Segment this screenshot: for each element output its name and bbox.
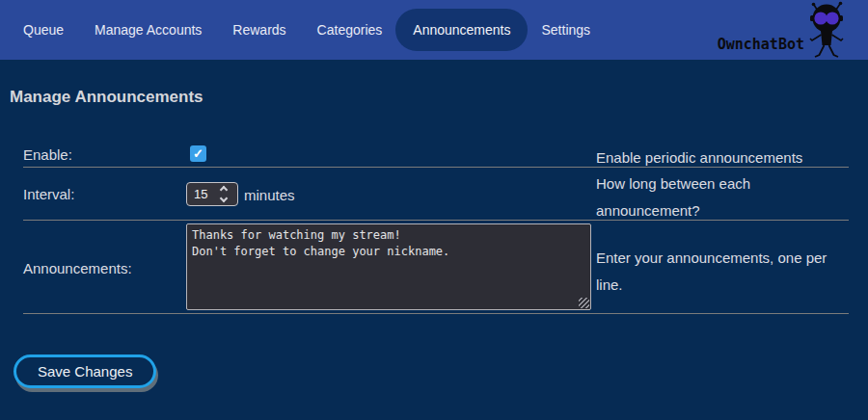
robot-logo-icon (799, 1, 854, 59)
nav-item-rewards[interactable]: Rewards (232, 22, 285, 38)
enable-checkbox[interactable]: ✓ (190, 145, 206, 162)
chevron-up-icon[interactable] (220, 186, 228, 194)
checkmark-icon: ✓ (193, 147, 203, 160)
announcements-help-text: Enter your announcements, one per line. (596, 245, 849, 299)
nav-item-announcements[interactable]: Announcements (395, 9, 528, 51)
row-divider (23, 313, 849, 314)
interval-unit-label: minutes (244, 187, 295, 203)
row-divider (23, 220, 849, 221)
app-window: Queue Manage Accounts Rewards Categories… (0, 0, 868, 420)
interval-input[interactable] (187, 183, 216, 205)
nav-item-settings[interactable]: Settings (541, 22, 590, 38)
interval-help-text: How long between each announcement? (596, 171, 849, 224)
spinner-stepper[interactable] (216, 183, 231, 205)
row-divider (23, 167, 849, 168)
brand-logo-text: OwnchatBot (718, 36, 804, 53)
page-title: Manage Announcements (10, 88, 203, 107)
nav-item-queue[interactable]: Queue (23, 22, 64, 38)
interval-label: Interval: (23, 186, 74, 202)
interval-input-wrap (186, 182, 238, 206)
nav-item-manage-accounts[interactable]: Manage Accounts (95, 22, 202, 38)
chevron-down-icon[interactable] (220, 195, 228, 202)
enable-label: Enable: (23, 146, 72, 163)
textarea-resize-grip[interactable] (579, 298, 589, 308)
save-changes-button[interactable]: Save Changes (14, 354, 156, 388)
nav-item-categories[interactable]: Categories (317, 22, 383, 38)
announcements-label: Announcements: (23, 260, 132, 276)
announcements-textarea[interactable]: Thanks for watching my stream! Don't for… (186, 223, 591, 310)
